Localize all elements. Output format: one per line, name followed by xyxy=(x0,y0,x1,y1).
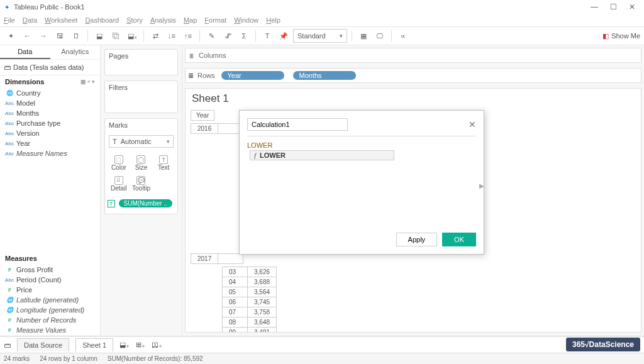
new-dashboard-button[interactable]: ⊞₊ xyxy=(136,341,145,349)
share-button[interactable]: ∝ xyxy=(396,29,410,43)
tab-analytics[interactable]: Analytics xyxy=(50,45,101,59)
new-data-button[interactable]: 🗋 xyxy=(69,29,83,43)
field-number-of-records[interactable]: #Number of Records xyxy=(0,315,100,325)
back-button[interactable]: ← xyxy=(20,29,34,43)
marks-pill-sum[interactable]: SUM(Number .. xyxy=(119,199,172,207)
globe-icon: 🌐 xyxy=(5,90,14,96)
totals-button[interactable]: Σ xyxy=(237,29,251,43)
status-rows: 24 rows by 1 column xyxy=(40,355,97,362)
field-purchase-type[interactable]: AbcPurchase type xyxy=(0,118,100,128)
menu-format[interactable]: Format xyxy=(204,16,226,24)
presentation-button[interactable]: 🖵 xyxy=(373,29,387,43)
ok-button[interactable]: OK xyxy=(442,233,476,246)
menu-story[interactable]: Story xyxy=(126,16,143,24)
abc-icon: Abc xyxy=(5,121,14,126)
forward-button[interactable]: → xyxy=(36,29,50,43)
filters-shelf[interactable]: Filters xyxy=(104,80,178,113)
rows-pill-months[interactable]: Months xyxy=(293,71,356,80)
menu-window[interactable]: Window xyxy=(234,16,258,24)
columns-label: Columns xyxy=(199,52,226,59)
field-measure-names[interactable]: AbcMeasure Names xyxy=(0,148,100,158)
field-version[interactable]: AbcVersion xyxy=(0,128,100,138)
dialog-close-button[interactable]: ✕ xyxy=(469,119,476,130)
pages-shelf[interactable]: Pages xyxy=(104,49,178,75)
show-me-button[interactable]: ◧Show Me xyxy=(602,32,640,40)
new-worksheet-button[interactable]: ⬓ xyxy=(92,29,106,43)
labels-button[interactable]: T xyxy=(260,29,274,43)
menu-file[interactable]: File xyxy=(4,16,15,24)
field-measure-values[interactable]: #Measure Values xyxy=(0,325,100,335)
menu-analysis[interactable]: Analysis xyxy=(150,16,176,24)
menu-map[interactable]: Map xyxy=(184,16,197,24)
autocomplete-item[interactable]: fLOWER xyxy=(250,150,394,160)
menu-dashboard[interactable]: Dashboard xyxy=(85,16,119,24)
titlebar: ✦ Tableau Public - Book1 — ☐ ✕ xyxy=(0,0,644,14)
mark-tooltip[interactable]: 💬Tooltip xyxy=(130,174,153,194)
field-country[interactable]: 🌐Country xyxy=(0,88,100,98)
tab-data[interactable]: Data xyxy=(0,45,50,59)
table-row: 063,745 xyxy=(223,297,277,307)
group-button[interactable]: 🖇 xyxy=(221,29,235,43)
view-cards-button[interactable]: ▦ xyxy=(357,29,370,43)
datasource-tab-icon[interactable]: 🗃 xyxy=(4,341,11,349)
abc-icon: Abc xyxy=(5,277,14,283)
rows-pill-year[interactable]: Year xyxy=(221,71,284,80)
mark-type-dropdown[interactable]: TAutomatic xyxy=(109,135,174,148)
dimensions-header: Dimensions▦ 𝄎 ▾ xyxy=(0,75,100,88)
calc-name-input[interactable] xyxy=(247,118,348,131)
window-title: Tableau Public - Book1 xyxy=(14,3,85,11)
expand-icon[interactable]: ▶ xyxy=(479,182,484,189)
field-price[interactable]: #Price xyxy=(0,285,100,295)
duplicate-button[interactable]: ⿻ xyxy=(109,29,123,43)
field-longitude-generated-[interactable]: 🌐Longitude (generated) xyxy=(0,305,100,315)
sort-asc-button[interactable]: ↓≡ xyxy=(165,29,179,43)
tab-data-source[interactable]: Data Source xyxy=(17,338,69,351)
table-row: 053,564 xyxy=(223,287,277,297)
mark-text[interactable]: TText xyxy=(152,153,175,174)
close-button[interactable]: ✕ xyxy=(623,3,641,11)
columns-icon: ⫼ xyxy=(188,52,195,59)
table-row: 093,491 xyxy=(223,328,277,333)
mark-size[interactable]: ◯Size xyxy=(130,153,153,174)
tableau-icon[interactable]: ✦ xyxy=(4,29,18,43)
datasource-item[interactable]: 🗃 Data (Tesla sales data) xyxy=(0,60,100,75)
measures-header: Measures xyxy=(0,252,100,265)
sheet-title[interactable]: Sheet 1 xyxy=(192,92,636,105)
save-button[interactable]: 🖫 xyxy=(53,29,67,43)
field-period-count-[interactable]: AbcPeriod (Count) xyxy=(0,275,100,285)
abc-icon: Abc xyxy=(5,151,14,157)
field-gross-profit[interactable]: #Gross Profit xyxy=(0,265,100,275)
new-story-button[interactable]: 🕮₊ xyxy=(152,341,162,349)
data-pane: Data Analytics 🗃 Data (Tesla sales data)… xyxy=(0,45,101,335)
globe-icon: 🌐 xyxy=(5,307,14,313)
new-sheet-button[interactable]: ⬓₊ xyxy=(119,341,130,349)
tab-sheet1[interactable]: Sheet 1 xyxy=(75,338,113,351)
field-latitude-generated-[interactable]: 🌐Latitude (generated) xyxy=(0,295,100,305)
mark-color[interactable]: ⬚Color xyxy=(108,153,130,174)
apply-button[interactable]: Apply xyxy=(396,233,438,246)
field-model[interactable]: AbcModel xyxy=(0,98,100,108)
formula-editor[interactable]: LOWER xyxy=(247,141,476,149)
fit-dropdown[interactable]: Standard xyxy=(293,29,347,43)
menu-worksheet[interactable]: Worksheet xyxy=(45,16,77,24)
watermark: 365√DataScience xyxy=(566,338,640,351)
menu-data[interactable]: Data xyxy=(23,16,37,24)
field-year[interactable]: AbcYear xyxy=(0,138,100,148)
columns-shelf[interactable]: ⫼ Columns xyxy=(185,48,641,63)
pin-button[interactable]: 📌 xyxy=(277,29,291,43)
clear-button[interactable]: ⬓ₓ xyxy=(125,29,139,43)
rows-shelf[interactable]: ≣ Rows Year Months xyxy=(185,68,641,83)
menu-help[interactable]: Help xyxy=(266,16,280,24)
field-months[interactable]: AbcMonths xyxy=(0,108,100,118)
highlight-button[interactable]: ✎ xyxy=(204,29,218,43)
globe-icon: 🌐 xyxy=(5,297,14,303)
sort-desc-button[interactable]: ↑≡ xyxy=(181,29,195,43)
swap-button[interactable]: ⇄ xyxy=(148,29,162,43)
minimize-button[interactable]: — xyxy=(585,3,604,11)
abc-icon: Abc xyxy=(5,131,14,136)
text-mark-icon: T xyxy=(108,200,115,207)
status-sum: SUM(Number of Records): 85,592 xyxy=(108,355,203,362)
mark-detail[interactable]: ⠿Detail xyxy=(108,174,130,194)
shelves-pane: Pages Filters Marks TAutomatic ⬚Color◯Si… xyxy=(101,45,182,335)
maximize-button[interactable]: ☐ xyxy=(604,3,623,11)
